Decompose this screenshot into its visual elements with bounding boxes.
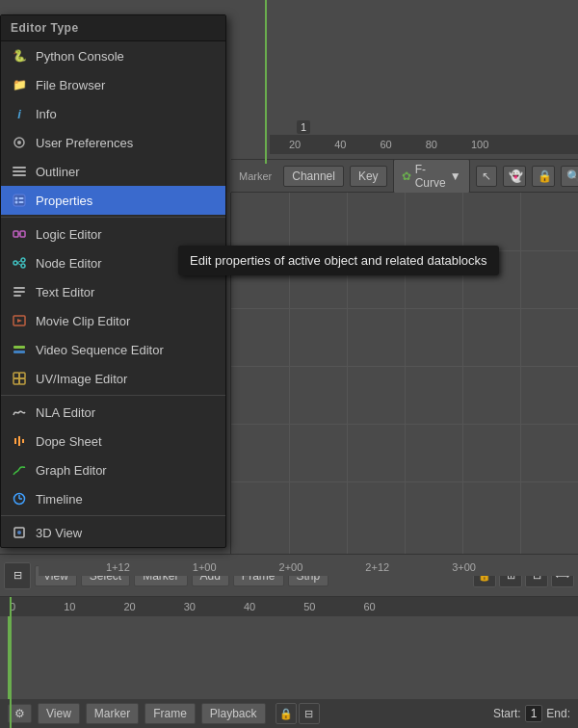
user-prefs-label: User Preferences [36,136,133,150]
marker-btn-tl[interactable]: Marker [86,703,139,724]
end-label: End: [546,707,570,720]
start-field[interactable]: 1 [525,705,543,722]
svg-point-1 [17,141,21,144]
dope-sheet-icon [11,432,28,450]
ghost-btn[interactable]: 👻 [503,166,526,187]
menu-item-info[interactable]: i Info [1,99,225,128]
svg-rect-26 [19,373,25,378]
logic-editor-label: Logic Editor [36,227,102,242]
timeline-icon [11,490,28,507]
svg-point-15 [21,264,25,268]
text-editor-label: Text Editor [36,285,94,299]
menu-item-file-browser[interactable]: 📁 File Browser [1,70,225,99]
menu-item-video-sequence-editor[interactable]: Video Sequence Editor [1,335,225,364]
svg-point-14 [21,258,25,262]
channel-button[interactable]: Channel [283,166,344,187]
outliner-label: Outliner [36,165,80,179]
playback-btn-tl[interactable]: Playback [201,703,266,724]
menu-item-uv-image-editor[interactable]: UV/Image Editor [1,364,225,393]
svg-rect-19 [13,291,25,293]
video-sequence-label: Video Sequence Editor [36,343,164,357]
svg-rect-5 [13,195,25,206]
svg-rect-27 [13,378,19,384]
svg-point-13 [13,261,17,265]
strip-icon[interactable]: ⊟ [4,562,31,589]
video-sequence-icon [11,341,28,358]
svg-rect-10 [13,231,18,237]
svg-line-17 [17,263,21,266]
svg-rect-4 [13,174,26,176]
green-cursor-line [265,0,267,164]
node-editor-label: Node Editor [36,256,102,271]
svg-point-36 [17,531,21,534]
frame-btn-tl[interactable]: Frame [144,703,196,724]
svg-rect-20 [13,295,21,297]
start-label: Start: [493,707,521,720]
cursor-tool-btn[interactable]: ↖ [476,166,497,187]
file-browser-label: File Browser [36,78,105,92]
timeline-ruler: 0 10 20 30 40 50 60 [0,597,578,616]
text-editor-icon [11,283,28,300]
separator-2 [1,395,225,396]
svg-rect-30 [18,436,20,446]
separator-3 [1,515,225,516]
svg-rect-24 [13,351,25,353]
menu-item-timeline[interactable]: Timeline [1,484,225,513]
fcurve-dropdown[interactable]: ✿ F-Curve ▼ [393,159,470,194]
svg-rect-9 [19,201,24,203]
fcurve-toolbar: Marker Channel Key ✿ F-Curve ▼ ↖ 👻 🔒 🔍 [231,159,578,193]
properties-icon [11,192,28,209]
properties-label: Properties [36,194,92,208]
search-btn[interactable]: 🔍 [561,166,578,187]
svg-rect-2 [13,167,26,169]
menu-item-logic-editor[interactable]: Logic Editor [1,220,225,248]
frame-1-marker: 1 [297,120,310,134]
uv-image-icon [11,370,28,387]
separator-1 [1,217,225,218]
key-button[interactable]: Key [350,166,387,187]
menu-item-properties[interactable]: Properties [1,186,225,215]
view-btn-tl[interactable]: View [38,703,80,724]
menu-item-3d-view[interactable]: 3D View [1,518,225,547]
snap2-icon[interactable]: ⊟ [299,703,320,724]
main-cursor-line [10,597,12,728]
timeline-controls: ⚙ View Marker Frame Playback 🔒 ⊟ Start: … [0,699,578,728]
menu-item-text-editor[interactable]: Text Editor [1,277,225,306]
uv-image-label: UV/Image Editor [36,372,127,386]
menu-header: Editor Type [1,15,225,41]
menu-item-outliner[interactable]: Outliner [1,157,225,186]
menu-item-python-console[interactable]: 🐍 Python Console [1,41,225,70]
graph-editor-icon [11,461,28,479]
svg-line-16 [17,261,21,264]
svg-rect-29 [14,438,16,444]
timeline-label: Timeline [36,492,83,507]
python-console-label: Python Console [36,49,124,64]
menu-item-nla-editor[interactable]: NLA Editor [1,398,225,427]
dope-sheet-label: Dope Sheet [36,434,102,449]
lock-btn[interactable]: 🔒 [532,166,555,187]
ruler-h-numbers: 20 40 60 80 100 [270,135,578,154]
svg-rect-31 [22,439,24,443]
svg-rect-28 [19,378,25,384]
menu-item-dope-sheet[interactable]: Dope Sheet [1,427,225,455]
python-console-icon: 🐍 [11,47,28,65]
info-label: Info [36,107,57,121]
menu-item-movie-clip-editor[interactable]: Movie Clip Editor [1,306,225,335]
svg-marker-22 [17,319,22,323]
user-prefs-icon [11,134,28,151]
svg-point-6 [15,197,18,200]
editor-type-dropdown: Editor Type 🐍 Python Console 📁 File Brow… [0,14,226,548]
outliner-icon [11,163,28,180]
menu-item-graph-editor[interactable]: Graph Editor [1,455,225,484]
movie-clip-icon [11,312,28,329]
svg-point-8 [15,201,18,204]
3d-view-label: 3D View [36,526,82,540]
svg-rect-25 [13,373,19,378]
menu-item-user-preferences[interactable]: User Preferences [1,128,225,157]
lock2-icon[interactable]: 🔒 [276,703,297,724]
info-icon: i [11,105,28,122]
nla-editor-icon [11,403,28,421]
graph-editor-label: Graph Editor [36,463,107,478]
svg-rect-23 [13,346,25,349]
properties-tooltip: Edit properties of active object and rel… [178,246,499,275]
